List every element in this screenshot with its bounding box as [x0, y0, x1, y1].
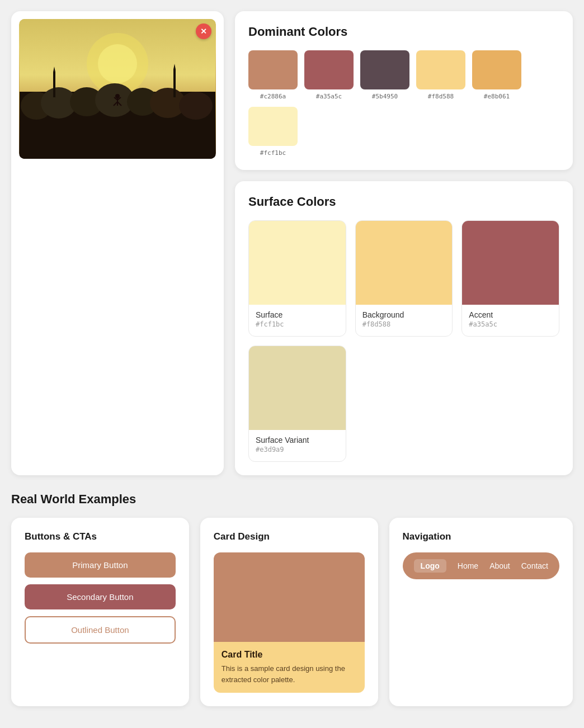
surface-swatch-box — [249, 221, 346, 305]
surface-card-variant: Surface Variant #e3d9a9 — [248, 346, 346, 462]
surface-hex: #fcf1bc — [256, 320, 339, 328]
nav-logo: Logo — [414, 559, 446, 573]
surface-card-accent: Accent #a35a5c — [461, 220, 559, 337]
surface-info: Surface #fcf1bc — [249, 305, 346, 328]
card-content: Card Title This is a sample card design … — [214, 642, 365, 693]
svg-point-15 — [115, 94, 120, 98]
surface-hex: #e3d9a9 — [256, 446, 339, 453]
navigation-card: Navigation Logo Home About Contact — [389, 518, 573, 706]
surface-swatch-box — [356, 221, 453, 305]
card-design-card: Card Design Card Title This is a sample … — [200, 518, 378, 706]
primary-button[interactable]: Primary Button — [25, 552, 176, 578]
swatch-5b4950: #5b4950 — [360, 50, 409, 100]
swatch-e8b061: #e8b061 — [472, 50, 521, 100]
swatch-box — [416, 50, 465, 89]
swatch-label: #5b4950 — [372, 93, 398, 100]
surface-info: Background #f8d588 — [356, 305, 453, 328]
surface-name: Accent — [469, 310, 552, 319]
outlined-button[interactable]: Outlined Button — [25, 616, 176, 644]
swatch-label: #a35a5c — [316, 93, 342, 100]
swatch-label: #f8d588 — [428, 93, 454, 100]
surface-info: Surface Variant #e3d9a9 — [249, 430, 346, 453]
svg-point-2 — [98, 44, 137, 83]
card-design-title: Card Design — [214, 531, 365, 542]
surface-card-background: Background #f8d588 — [355, 220, 453, 337]
surface-swatch-box — [462, 221, 559, 305]
swatch-label: #fcf1bc — [260, 149, 286, 157]
close-button[interactable]: ✕ — [196, 23, 211, 39]
image-upload-card: ✕ — [11, 11, 224, 475]
swatch-box — [472, 50, 521, 89]
uploaded-image — [19, 19, 216, 159]
svg-point-10 — [179, 92, 213, 120]
color-panels: Dominant Colors #c2886a #a35a5c #5b4950 … — [235, 11, 573, 475]
surface-grid: Surface #fcf1bc Background #f8d588 Accen… — [248, 220, 559, 462]
surface-swatch-box — [249, 346, 346, 430]
svg-rect-13 — [173, 69, 176, 97]
inner-card: Card Title This is a sample card design … — [214, 552, 365, 693]
swatch-c2886a: #c2886a — [248, 50, 298, 100]
swatch-box — [248, 107, 298, 146]
card-inner-text: This is a sample card design using the e… — [222, 663, 357, 685]
swatch-box — [304, 50, 354, 89]
real-world-section: Real World Examples Buttons & CTAs Prima… — [11, 492, 573, 706]
buttons-card: Buttons & CTAs Primary Button Secondary … — [11, 518, 189, 706]
surface-colors-panel: Surface Colors Surface #fcf1bc Backgroun… — [235, 181, 573, 475]
surface-card-surface: Surface #fcf1bc — [248, 220, 346, 337]
nav-link-contact[interactable]: Contact — [521, 561, 548, 570]
secondary-button[interactable]: Secondary Button — [25, 584, 176, 609]
navigation-card-title: Navigation — [403, 531, 559, 542]
surface-title: Surface Colors — [248, 195, 559, 209]
swatch-box — [248, 50, 298, 89]
nav-link-home[interactable]: Home — [458, 561, 478, 570]
surface-hex: #f8d588 — [362, 320, 446, 328]
swatch-a35a5c: #a35a5c — [304, 50, 354, 100]
card-inner-title: Card Title — [222, 650, 357, 660]
card-image — [214, 552, 365, 642]
swatch-box — [360, 50, 409, 89]
swatch-f8d588: #f8d588 — [416, 50, 465, 100]
surface-name: Background — [362, 310, 446, 319]
swatch-fcf1bc: #fcf1bc — [248, 107, 298, 157]
surface-hex: #a35a5c — [469, 320, 552, 328]
dominant-colors-panel: Dominant Colors #c2886a #a35a5c #5b4950 … — [235, 11, 573, 170]
dominant-colors-list: #c2886a #a35a5c #5b4950 #f8d588 #e8b061 — [248, 50, 559, 157]
surface-name: Surface — [256, 310, 339, 319]
examples-grid: Buttons & CTAs Primary Button Secondary … — [11, 518, 573, 706]
section-title: Real World Examples — [11, 492, 573, 507]
surface-info: Accent #a35a5c — [462, 305, 559, 328]
buttons-card-title: Buttons & CTAs — [25, 531, 176, 542]
nav-link-about[interactable]: About — [489, 561, 510, 570]
dominant-title: Dominant Colors — [248, 25, 559, 39]
nav-bar: Logo Home About Contact — [403, 552, 559, 579]
surface-name: Surface Variant — [256, 436, 339, 445]
swatch-label: #e8b061 — [484, 93, 510, 100]
swatch-label: #c2886a — [260, 93, 286, 100]
svg-rect-11 — [53, 72, 55, 97]
